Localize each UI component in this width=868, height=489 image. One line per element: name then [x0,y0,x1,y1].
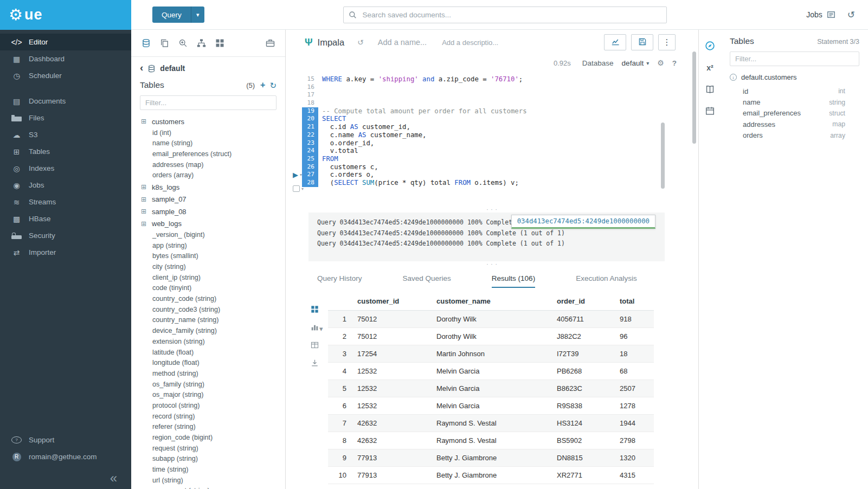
query-id-popup[interactable]: 034d413ec7474ed5:4249de1000000000 [511,215,655,229]
sidebar-item-streams[interactable]: ≋Streams [0,194,131,210]
right-filter-input[interactable] [730,52,859,66]
column-item-id[interactable]: idint [730,86,859,96]
column-item[interactable]: latitude (float) [140,348,277,358]
column-item[interactable]: os_major (string) [140,390,277,401]
book-button[interactable] [705,85,715,94]
insert-at-cursor-button[interactable]: ▾ [293,185,311,192]
bar-chart-button[interactable]: ▾ [311,323,328,333]
column-item[interactable]: email_preferences (struct) [140,149,277,160]
code-area[interactable]: 15WHERE a.key = 'shipping' and a.zip_cod… [302,75,698,187]
sidebar-item-importer[interactable]: ⇄Importer [0,244,131,261]
column-item[interactable]: country_code (string) [140,294,277,305]
table-item-web-logs[interactable]: ⊞web_logs [140,217,277,230]
query-description-input[interactable]: Add a descriptio... [442,38,498,47]
column-item[interactable]: time (string) [140,465,277,475]
settings-button[interactable]: ⚙ [657,59,664,67]
tab-query-history[interactable]: Query History [317,274,362,288]
calendar-button[interactable] [705,106,715,115]
reload-session-button[interactable]: ↺ [357,38,364,47]
search-input[interactable] [343,7,667,23]
more-actions-button[interactable]: ⋮ [658,34,676,50]
column-item[interactable]: bytes (smallint) [140,251,277,262]
collapse-sidebar-button[interactable]: « [110,472,117,485]
column-item[interactable]: protocol (string) [140,401,277,411]
column-item[interactable]: code (tinyint) [140,283,277,294]
resize-handle-top[interactable] [286,207,698,213]
query-name-input[interactable]: Add a name... [378,38,427,47]
table-item-sample-07[interactable]: ⊞sample_07 [140,193,277,205]
column-item[interactable]: addresses (map) [140,160,277,171]
sidebar-item-hbase[interactable]: ▩HBase [0,210,131,227]
column-item[interactable]: name (string) [140,138,277,149]
sidebar-item-indexes[interactable]: ◎Indexes [0,160,131,177]
sidebar-item-editor[interactable]: </>Editor [0,34,131,50]
save-button[interactable] [631,34,653,50]
column-item[interactable]: request (string) [140,443,277,454]
sidebar-item-dashboard[interactable]: ▦Dashboard [0,50,131,67]
database-select[interactable]: default ▾ [622,59,650,67]
column-item[interactable]: country_code3 (string) [140,305,277,316]
refresh-tables-button[interactable]: ↻ [269,81,277,89]
chart-button[interactable] [604,34,626,50]
column-item[interactable]: longitude (float) [140,358,277,369]
column-item[interactable]: url (string) [140,475,277,486]
main-scrollbar[interactable] [692,52,696,144]
new-query-button[interactable]: Query ▾ [152,7,204,23]
table-item-customers[interactable]: ⊞customers [140,115,277,128]
sidebar-item-user[interactable]: R romain@gethue.com [0,448,131,465]
sidebar-item-s3[interactable]: ☁S3 [0,126,131,143]
column-item[interactable]: user_agent (string) [140,486,277,489]
breadcrumb-database[interactable]: default [160,64,185,73]
sidebar-item-files[interactable]: Files [0,110,131,126]
help-button[interactable]: ? [672,59,677,67]
editor-scrollbar[interactable] [661,123,665,189]
jobs-button[interactable]: Jobs [806,10,835,19]
column-item[interactable]: record (string) [140,411,277,422]
column-item[interactable]: client_ip (string) [140,273,277,284]
sidebar-item-tables[interactable]: ⊞Tables [0,143,131,160]
create-table-button[interactable]: + [260,81,265,89]
tab-results-106[interactable]: Results (106) [492,274,535,288]
column-item[interactable]: orders (array) [140,170,277,181]
column-item-name[interactable]: namestring [730,96,859,107]
column-item[interactable]: _version_ (bigint) [140,230,277,241]
copy-button[interactable] [160,38,169,48]
column-item[interactable]: city (string) [140,262,277,273]
sidebar-item-jobs[interactable]: ◉Jobs [0,177,131,194]
column-item[interactable]: subapp (string) [140,454,277,465]
execute-button[interactable]: ▶▾ [293,171,311,178]
column-item-email-preferences[interactable]: email_preferencesstruct [730,108,859,119]
column-item[interactable]: country_name (string) [140,315,277,326]
column-item[interactable]: method (string) [140,369,277,379]
column-item[interactable]: device_family (string) [140,326,277,337]
columns-button[interactable] [311,341,328,351]
superscript-button[interactable]: x² [706,63,713,72]
zoom-in-button[interactable] [178,38,188,48]
grid-button[interactable] [311,305,328,315]
sidebar-item-support[interactable]: Support [0,432,131,448]
active-table-link[interactable]: default.customers [741,73,797,81]
resize-handle-bottom[interactable] [286,261,698,267]
column-item-orders[interactable]: ordersarray [730,130,859,141]
column-item[interactable]: app (string) [140,241,277,252]
column-item[interactable]: region_code (bigint) [140,433,277,443]
back-button[interactable]: ‹ [140,62,143,73]
download-button[interactable] [311,359,328,369]
column-item[interactable]: id (int) [140,128,277,139]
data-source-button[interactable] [142,38,151,48]
table-item-k8s-logs[interactable]: ⊞k8s_logs [140,181,277,194]
code-editor[interactable]: ▶▾ ▾ 15WHERE a.key = 'shipping' and a.zi… [286,71,698,207]
query-type-dropdown[interactable]: ▾ [191,7,204,23]
hue-logo[interactable]: ⚙ ue [0,0,131,30]
column-item-addresses[interactable]: addressesmap [730,119,859,130]
history-button[interactable]: ↺ [847,10,855,20]
tab-execution-analysis[interactable]: Execution Analysis [576,274,637,288]
sitemap-button[interactable] [197,38,206,48]
column-item[interactable]: extension (string) [140,337,277,348]
table-filter-input[interactable] [140,95,277,110]
tab-saved-queries[interactable]: Saved Queries [403,274,451,288]
column-item[interactable]: referer (string) [140,422,277,433]
table-item-sample-08[interactable]: ⊞sample_08 [140,205,277,218]
compass-button[interactable] [705,41,715,51]
grid-button[interactable] [215,38,224,48]
